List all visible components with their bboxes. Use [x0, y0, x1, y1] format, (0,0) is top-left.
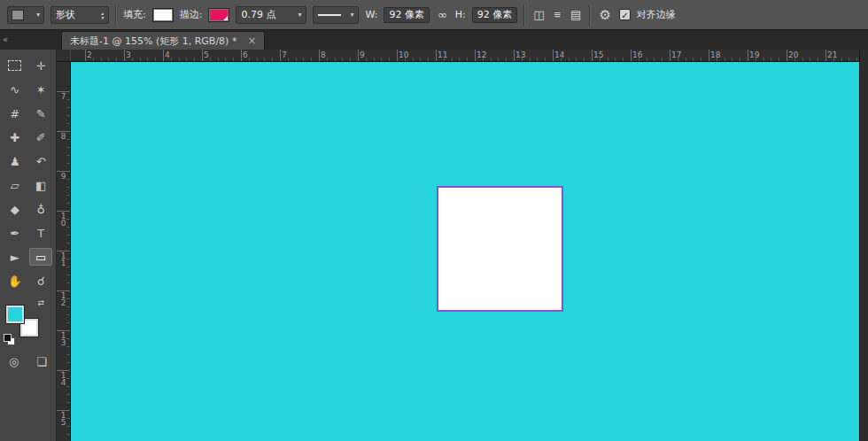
path-arrangement-button[interactable]: ▤: [569, 6, 583, 24]
hand-tool[interactable]: ✋: [4, 272, 27, 290]
collapse-panel-button[interactable]: «: [0, 30, 56, 50]
stroke-swatch[interactable]: [208, 8, 229, 22]
pen-tool[interactable]: ✒: [4, 224, 27, 242]
tool-mode-value: 形状: [56, 8, 75, 21]
ruler-row: 23456789101112131415161718192021: [57, 50, 868, 62]
foreground-swatch[interactable]: [6, 306, 24, 323]
h-ruler-number: 14: [554, 50, 564, 59]
canvas[interactable]: [71, 62, 859, 441]
spin-down-icon: ▾: [101, 15, 104, 19]
magic-wand-tool-icon: ✶: [36, 83, 46, 97]
vertical-scrollbar[interactable]: [859, 62, 868, 441]
blur-tool-icon: ◆: [11, 203, 19, 216]
width-input[interactable]: 92 像素: [384, 7, 430, 23]
path-operations-button[interactable]: ◫: [531, 6, 546, 24]
h-ruler-number: 4: [165, 50, 170, 59]
type-tool-icon: T: [37, 227, 44, 240]
path-selection-tool[interactable]: ►: [4, 248, 27, 266]
v-ruler-number: 10: [59, 213, 67, 227]
horizontal-ruler[interactable]: 23456789101112131415161718192021: [71, 50, 859, 62]
stroke-label: 描边:: [180, 8, 203, 21]
v-ruler-number: 14: [59, 372, 67, 386]
h-ruler-number: 11: [438, 50, 447, 59]
blur-tool[interactable]: ◆: [4, 200, 27, 218]
zoom-tool[interactable]: ☌: [29, 272, 52, 290]
chevron-down-icon: ▾: [36, 11, 40, 19]
tools-panel: « ✛∿✶#✎✚✐♟↶▱◧◆♁✒T►▭✋☌ ⇄ ◎ ❏: [0, 30, 57, 441]
document-tab[interactable]: 未标题-1 @ 155% (矩形 1, RGB/8) * ×: [61, 31, 265, 50]
brush-tool-icon: ✐: [36, 131, 46, 144]
document-area: 未标题-1 @ 155% (矩形 1, RGB/8) * × 234567891…: [57, 30, 868, 441]
v-ruler-number: 11: [59, 252, 67, 267]
paint-bucket-tool-icon: ◧: [35, 179, 46, 192]
history-brush-tool[interactable]: ↶: [29, 152, 52, 170]
align-edges-checkbox[interactable]: ✓: [619, 9, 631, 20]
rectangle-tool-icon: ▭: [35, 251, 46, 264]
tab-bar: 未标题-1 @ 155% (矩形 1, RGB/8) * ×: [57, 30, 868, 50]
move-tool-icon: ✛: [36, 59, 46, 73]
tools-grid: ✛∿✶#✎✚✐♟↶▱◧◆♁✒T►▭✋☌: [0, 50, 56, 290]
path-alignment-button[interactable]: ≡: [553, 6, 563, 24]
shape-rectangle[interactable]: [437, 186, 563, 312]
brush-tool[interactable]: ✐: [29, 128, 52, 146]
zoom-tool-icon: ☌: [37, 275, 45, 288]
photoshop-window: ▾ 形状 ▴▾ 填充: 描边: 0.79 点 ▾ ▾ W: 92 像素 ∞ H:…: [0, 0, 868, 441]
magic-wand-tool[interactable]: ✶: [29, 81, 52, 98]
ruler-right-cap: [859, 50, 868, 62]
align-edges-label: 对齐边缘: [637, 8, 676, 21]
screen-mode-icon[interactable]: ❏: [36, 355, 47, 368]
stroke-type-select[interactable]: ▾: [313, 6, 359, 24]
rectangular-marquee-tool[interactable]: [4, 57, 27, 74]
crop-tool[interactable]: #: [4, 104, 27, 122]
h-ruler-number: 15: [593, 50, 603, 59]
options-bar: ▾ 形状 ▴▾ 填充: 描边: 0.79 点 ▾ ▾ W: 92 像素 ∞ H:…: [0, 0, 868, 30]
dodge-tool[interactable]: ♁: [29, 200, 52, 218]
v-ruler-number: 8: [59, 133, 67, 140]
clone-stamp-tool-icon: ♟: [10, 155, 20, 168]
type-tool[interactable]: T: [29, 224, 52, 242]
move-tool[interactable]: ✛: [29, 57, 52, 74]
healing-brush-tool[interactable]: ✚: [4, 128, 27, 146]
lasso-tool[interactable]: ∿: [4, 81, 27, 98]
eraser-tool[interactable]: ▱: [4, 176, 27, 194]
fill-swatch[interactable]: [152, 8, 174, 22]
default-colors-icon[interactable]: [4, 334, 14, 344]
v-ruler-number: 9: [59, 173, 67, 180]
separator: [589, 4, 591, 26]
clone-stamp-tool[interactable]: ♟: [4, 152, 27, 170]
gear-icon[interactable]: ⚙: [597, 6, 612, 24]
h-ruler-number: 17: [671, 50, 681, 59]
tool-preset-picker[interactable]: ▾: [7, 6, 44, 24]
tool-mode-select[interactable]: 形状 ▴▾: [50, 6, 109, 24]
height-input[interactable]: 92 像素: [472, 7, 518, 23]
h-ruler-number: 16: [632, 50, 642, 59]
ruler-origin-corner[interactable]: [57, 50, 71, 62]
eyedropper-tool[interactable]: ✎: [29, 104, 52, 122]
color-swatch-widget: ⇄: [4, 298, 46, 339]
quick-mask-icon[interactable]: ◎: [9, 355, 19, 368]
rectangle-tool[interactable]: ▭: [29, 248, 52, 266]
main-row: « ✛∿✶#✎✚✐♟↶▱◧◆♁✒T►▭✋☌ ⇄ ◎ ❏ 未标题-1 @ 155%…: [0, 30, 868, 441]
h-ruler-number: 8: [321, 50, 326, 59]
history-brush-tool-icon: ↶: [36, 155, 46, 168]
healing-brush-tool-icon: ✚: [10, 131, 19, 144]
chevron-down-icon: ▾: [350, 11, 353, 19]
h-ruler-number: 21: [827, 50, 837, 59]
canvas-row: 789101112131415: [57, 62, 868, 441]
fill-label: 填充:: [123, 8, 146, 21]
height-label: H:: [455, 9, 466, 20]
paint-bucket-tool[interactable]: ◧: [29, 176, 52, 194]
dodge-tool-icon: ♁: [36, 203, 45, 216]
separator: [115, 4, 117, 26]
separator: [523, 4, 525, 26]
rectangle-preset-icon: [12, 10, 24, 20]
close-icon[interactable]: ×: [247, 35, 256, 47]
solid-line-icon: [318, 14, 341, 16]
vertical-ruler[interactable]: 789101112131415: [57, 62, 71, 441]
stroke-width-select[interactable]: 0.79 点 ▾: [236, 6, 306, 24]
h-ruler-number: 13: [515, 50, 525, 59]
spinner-arrows-icon: ▴▾: [101, 11, 104, 19]
link-dimensions-icon[interactable]: ∞: [436, 6, 449, 24]
swap-colors-icon[interactable]: ⇄: [37, 298, 44, 307]
v-ruler-number: 13: [59, 332, 67, 346]
